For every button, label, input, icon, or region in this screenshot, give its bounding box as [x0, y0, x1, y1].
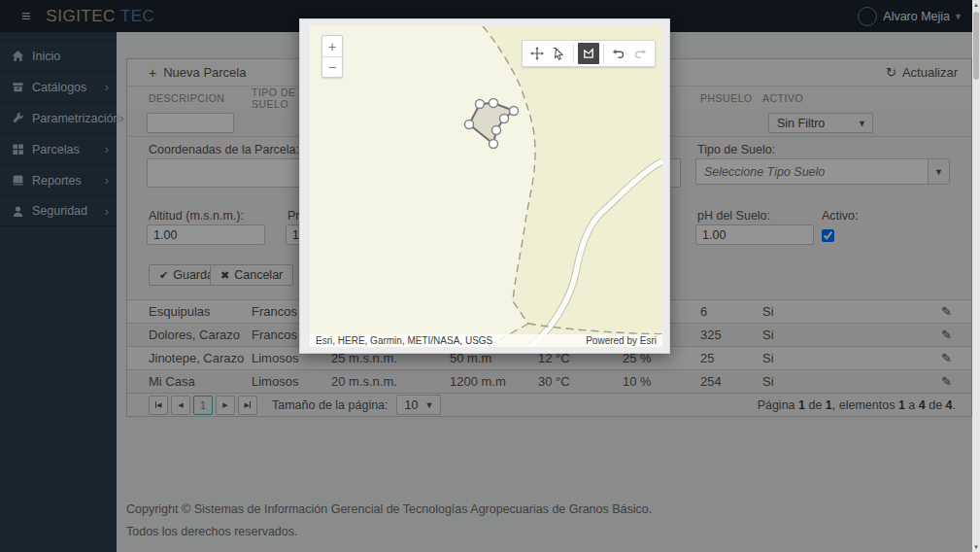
polygon-vertex-handle[interactable] — [500, 115, 509, 123]
map-tiles — [310, 26, 662, 347]
scroll-down-icon[interactable]: ▼ — [972, 542, 980, 552]
toolbar-separator — [603, 44, 604, 63]
map-zoom-control: + − — [321, 35, 343, 78]
polygon-vertex-handle[interactable] — [492, 126, 501, 135]
polygon-vertex-handle[interactable] — [510, 107, 519, 116]
toolbar-separator — [573, 44, 574, 63]
select-tool-button[interactable] — [548, 43, 569, 64]
attribution-esri[interactable]: Powered by Esri — [586, 335, 657, 346]
scroll-up-icon[interactable]: ▲ — [972, 0, 980, 10]
map-draw-toolbar — [522, 40, 656, 67]
map-attribution: Esri, HERE, Garmin, METI/NASA, USGS Powe… — [310, 334, 662, 347]
undo-button[interactable] — [608, 43, 629, 64]
redo-button[interactable] — [629, 43, 651, 64]
pan-icon — [530, 47, 544, 60]
map-dialog: + − Esri, HERE, Garmin, METI/NASA, US — [299, 18, 670, 354]
browser-scrollbar[interactable]: ▲ ▼ — [972, 0, 980, 552]
redo-icon — [633, 47, 647, 60]
map-canvas[interactable]: + − Esri, HERE, Garmin, METI/NASA, US — [310, 26, 662, 347]
polygon-vertex-handle[interactable] — [490, 99, 498, 108]
zoom-out-button[interactable]: − — [322, 56, 342, 77]
select-icon — [552, 47, 565, 60]
polygon-vertex-handle[interactable] — [476, 100, 485, 109]
draw-polygon-icon — [582, 47, 595, 60]
undo-icon — [612, 47, 625, 60]
attribution-sources: Esri, HERE, Garmin, METI/NASA, USGS — [316, 335, 492, 346]
zoom-in-button[interactable]: + — [322, 36, 342, 56]
pan-tool-button[interactable] — [526, 43, 548, 64]
polygon-vertex-handle[interactable] — [465, 121, 474, 129]
polygon-vertex-handle[interactable] — [490, 140, 498, 149]
scrollbar-thumb[interactable] — [973, 12, 979, 80]
draw-polygon-tool-button[interactable] — [578, 43, 599, 64]
